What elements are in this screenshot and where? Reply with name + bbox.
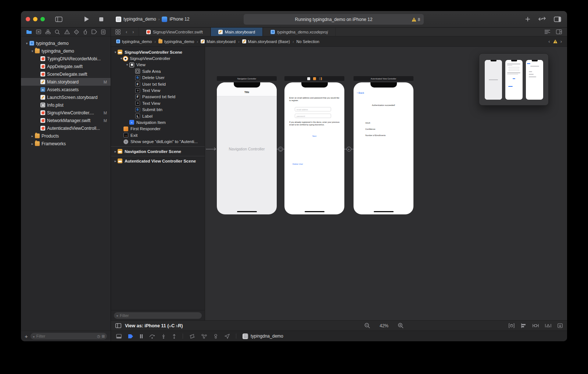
outline-row[interactable]: ▸Navigation Controller Scene: [111, 148, 205, 154]
navigator-filter-input[interactable]: [36, 334, 96, 338]
outline-row[interactable]: ≡Text View: [111, 100, 205, 106]
outline-row[interactable]: →Exit: [111, 132, 205, 138]
navigator-filter-field[interactable]: ◒ ◷ ⊞: [31, 333, 107, 339]
authenticated-view-controller-scene[interactable]: ‹ Back Authentication succeeded! result …: [354, 82, 413, 214]
breadcrumb[interactable]: Main.storyboard (Base): [242, 39, 290, 44]
outline-row[interactable]: ▾SignupViewController Scene: [111, 49, 205, 55]
editor-tab[interactable]: typingdna_demo.xcodeproj: [263, 28, 336, 36]
outline-row[interactable]: ▾View: [111, 62, 205, 68]
disclosure-chevron-icon[interactable]: ▸: [113, 150, 118, 153]
scm-status-filter-icon[interactable]: ⊞: [102, 334, 105, 338]
memory-graph-debugger-icon[interactable]: [201, 334, 207, 339]
issues-indicator[interactable]: 8: [412, 14, 420, 25]
breakpoints-toggle-icon[interactable]: [128, 334, 133, 339]
breadcrumb[interactable]: typingdna_demo: [158, 39, 194, 44]
already-registered-label[interactable]: If you already registered in the demo, e…: [289, 121, 344, 126]
add-editor-icon[interactable]: [556, 29, 562, 34]
outline-row[interactable]: BDelete User: [111, 75, 205, 81]
email-text-field[interactable]: email addres: [295, 107, 331, 111]
canvas-minimap[interactable]: [479, 53, 549, 106]
issue-navigator-icon[interactable]: [64, 29, 70, 34]
device-variants-icon[interactable]: [509, 323, 514, 328]
disclosure-chevron-icon[interactable]: ▾: [25, 42, 29, 45]
file-row[interactable]: Main.storyboardM: [21, 78, 111, 86]
file-row[interactable]: TypingDNARecorderMobi...: [21, 55, 111, 63]
disclosure-chevron-icon[interactable]: ▸: [30, 134, 35, 138]
align-icon[interactable]: [521, 323, 526, 328]
toggle-navigator-button[interactable]: [55, 17, 62, 22]
editor-tab[interactable]: Main.storyboard: [211, 28, 263, 36]
zoom-level[interactable]: 42%: [380, 323, 388, 328]
run-button[interactable]: [84, 16, 89, 22]
file-row[interactable]: SignupViewController....M: [21, 109, 111, 117]
debug-navigator-icon[interactable]: [83, 29, 87, 35]
scene2-dock[interactable]: [284, 76, 344, 81]
editor-tab[interactable]: SignupViewController.swift: [139, 28, 211, 36]
step-into-icon[interactable]: [161, 334, 166, 339]
enrollments-label[interactable]: Number of Enrollments: [365, 134, 386, 137]
running-process-selector[interactable]: typingdna_demo: [243, 334, 283, 339]
breadcrumb[interactable]: No Selection: [297, 39, 319, 44]
add-file-button[interactable]: +: [25, 333, 28, 339]
project-navigator-icon[interactable]: [26, 29, 32, 34]
close-window-button[interactable]: [26, 17, 30, 21]
exit-dock-icon[interactable]: [319, 77, 322, 80]
step-out-icon[interactable]: [172, 334, 176, 339]
navigation-controller-scene[interactable]: Title Navigation Controller: [217, 82, 277, 214]
scene1-title-bar[interactable]: Navigation Controller: [217, 76, 277, 81]
outline-row[interactable]: ≡Text View: [111, 87, 205, 93]
zoom-out-button[interactable]: [365, 323, 370, 328]
file-row[interactable]: LaunchScreen.storyboard: [21, 93, 111, 101]
disclosure-chevron-icon[interactable]: ▾: [30, 49, 35, 53]
file-row[interactable]: AutenticatedViewControll...: [21, 124, 111, 132]
navigation-controller-label[interactable]: Navigation Controller: [217, 147, 277, 151]
file-row[interactable]: ▸Frameworks: [21, 140, 111, 147]
tab-overview-icon[interactable]: [115, 29, 121, 35]
file-row[interactable]: SceneDelegate.swift: [21, 70, 111, 78]
resolve-layout-issues-icon[interactable]: [545, 323, 551, 328]
symbol-navigator-icon[interactable]: [45, 29, 51, 34]
file-row[interactable]: NetworkManager.swiftM: [21, 117, 111, 124]
test-navigator-icon[interactable]: [74, 29, 79, 35]
outline-filter-field[interactable]: ◒: [114, 312, 202, 319]
add-constraints-icon[interactable]: [533, 323, 539, 328]
disclosure-chevron-icon[interactable]: ▾: [119, 57, 123, 60]
disclosure-chevron-icon[interactable]: ▸: [30, 142, 35, 146]
zoom-window-button[interactable]: [40, 17, 45, 21]
outline-row[interactable]: BSubmit btn: [111, 107, 205, 113]
result-label[interactable]: result: [365, 122, 370, 124]
back-button[interactable]: ‹ Back: [357, 92, 364, 94]
view-hierarchy-debugger-icon[interactable]: [189, 334, 195, 339]
disclosure-chevron-icon[interactable]: ▸: [113, 159, 118, 163]
source-control-navigator-icon[interactable]: [36, 29, 41, 34]
next-issue-button[interactable]: ›: [560, 39, 562, 44]
outline-filter-input[interactable]: [120, 313, 200, 318]
nav-bar-title[interactable]: Title: [217, 91, 277, 93]
outline-row[interactable]: ‹Show segue “didLogin” to “Autenti...: [111, 138, 205, 145]
stop-button[interactable]: [99, 17, 104, 22]
environment-overrides-icon[interactable]: [213, 334, 218, 339]
delete-user-button[interactable]: Delete User: [293, 163, 303, 165]
toggle-inspectors-button[interactable]: [554, 17, 561, 22]
breadcrumb[interactable]: Main.storyboard: [201, 39, 236, 44]
file-row[interactable]: AppDelegate.swift: [21, 63, 111, 70]
simulate-location-icon[interactable]: [225, 334, 230, 339]
file-row[interactable]: Assets.xcassets: [21, 86, 111, 93]
signup-view-controller-scene[interactable]: Enter an email address and password that…: [284, 82, 344, 214]
file-row[interactable]: ▸Products: [21, 132, 111, 140]
embed-in-icon[interactable]: [557, 323, 563, 328]
storyboard-canvas[interactable]: Navigation Controller Title Navigation C…: [205, 47, 567, 320]
first-responder-dock-icon[interactable]: [313, 77, 316, 80]
register-instructions-label[interactable]: Enter an email address and password that…: [289, 97, 341, 102]
back-button[interactable]: ‹: [126, 29, 127, 35]
view-as-button[interactable]: View as: iPhone 11 (wC hR): [125, 323, 183, 328]
report-navigator-icon[interactable]: [101, 29, 105, 35]
disclosure-chevron-icon[interactable]: ▾: [113, 50, 118, 54]
disclosure-chevron-icon[interactable]: ▾: [125, 63, 129, 67]
zoom-in-button[interactable]: [398, 323, 404, 328]
confidence-label[interactable]: Confidence: [365, 128, 375, 131]
activity-viewer[interactable]: Running typingdna_demo on iPhone 12 8: [244, 14, 424, 25]
pause-icon[interactable]: [140, 334, 143, 339]
file-row[interactable]: ▾typingdna_demo: [21, 47, 111, 55]
scene3-title-bar[interactable]: Autenticated View Controller: [354, 76, 413, 81]
